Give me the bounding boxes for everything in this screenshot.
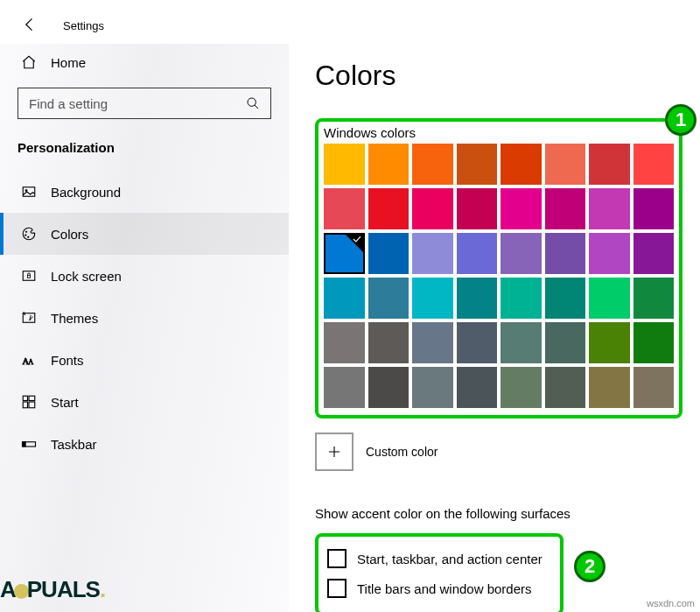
sidebar-item-themes[interactable]: Themes (0, 297, 289, 339)
back-button[interactable] (21, 16, 38, 36)
checkbox-box[interactable] (327, 579, 346, 598)
annotation-callout-1: 1 (665, 104, 696, 136)
color-swatch[interactable] (589, 367, 630, 408)
check-icon (351, 233, 363, 245)
color-swatch[interactable] (500, 188, 542, 229)
checkbox-box[interactable] (327, 549, 346, 568)
svg-point-3 (25, 231, 27, 233)
sidebar-item-label: Lock screen (51, 269, 122, 284)
image-icon (21, 184, 37, 200)
app-title: Settings (63, 19, 104, 32)
color-swatch[interactable] (634, 188, 675, 229)
color-grid (324, 144, 674, 408)
color-swatch[interactable] (368, 367, 410, 408)
watermark: wsxdn.com (647, 598, 695, 608)
color-swatch[interactable] (545, 278, 586, 319)
color-swatch[interactable] (368, 188, 410, 229)
color-swatch[interactable] (634, 233, 675, 274)
color-swatch[interactable] (324, 188, 365, 229)
color-swatch[interactable] (324, 322, 365, 363)
color-swatch[interactable] (324, 278, 365, 319)
color-swatch[interactable] (457, 188, 498, 229)
color-row (324, 367, 674, 408)
svg-rect-6 (23, 271, 35, 281)
color-swatch[interactable] (545, 188, 586, 229)
color-swatch[interactable] (589, 188, 630, 229)
custom-color-label: Custom color (366, 445, 438, 459)
color-swatch[interactable] (324, 233, 365, 274)
search-placeholder: Find a setting (29, 96, 108, 111)
color-row (324, 322, 674, 363)
color-swatch[interactable] (457, 367, 498, 408)
color-swatch[interactable] (545, 233, 586, 274)
sidebar-item-lock-screen[interactable]: Lock screen (0, 255, 289, 297)
svg-point-0 (248, 98, 256, 106)
color-swatch[interactable] (500, 322, 542, 363)
sidebar-item-colors[interactable]: Colors (0, 213, 289, 255)
color-swatch[interactable] (545, 144, 586, 185)
svg-rect-13 (23, 402, 27, 408)
page-title: Colors (315, 60, 690, 92)
accent-surfaces-section: Start, taskbar, and action center Title … (315, 533, 564, 612)
checkbox-title-bars[interactable]: Title bars and window borders (327, 573, 551, 603)
search-input[interactable]: Find a setting (18, 88, 271, 119)
color-swatch[interactable] (368, 278, 410, 319)
sidebar-item-background[interactable]: Background (0, 171, 289, 213)
svg-point-5 (28, 236, 30, 238)
color-swatch[interactable] (368, 322, 410, 363)
sidebar-item-label: Taskbar (51, 437, 97, 452)
color-swatch[interactable] (412, 278, 453, 319)
svg-rect-14 (29, 402, 35, 408)
color-swatch[interactable] (500, 144, 542, 185)
fonts-icon: AA (21, 352, 37, 368)
checkbox-start-taskbar[interactable]: Start, taskbar, and action center (327, 544, 551, 573)
color-swatch[interactable] (457, 233, 498, 274)
color-swatch[interactable] (412, 367, 453, 408)
home-link[interactable]: Home (0, 44, 289, 81)
sidebar-item-taskbar[interactable]: Taskbar (0, 423, 289, 465)
color-swatch[interactable] (368, 233, 410, 274)
color-swatch[interactable] (412, 233, 453, 274)
color-swatch[interactable] (634, 367, 675, 408)
color-swatch[interactable] (500, 278, 542, 319)
color-row (324, 233, 674, 274)
home-icon (21, 54, 37, 70)
color-swatch[interactable] (412, 188, 453, 229)
color-swatch[interactable] (589, 233, 630, 274)
color-swatch[interactable] (412, 144, 453, 185)
sidebar-item-fonts[interactable]: AAFonts (0, 339, 289, 381)
windows-colors-section: Windows colors (315, 118, 682, 419)
sidebar-item-label: Colors (51, 227, 88, 242)
color-swatch[interactable] (589, 322, 630, 363)
color-swatch[interactable] (324, 367, 365, 408)
color-swatch[interactable] (457, 144, 498, 185)
custom-color-button[interactable] (315, 433, 354, 471)
themes-icon (21, 310, 37, 326)
color-swatch[interactable] (589, 144, 630, 185)
color-swatch[interactable] (500, 233, 542, 274)
color-swatch[interactable] (634, 278, 675, 319)
color-swatch[interactable] (589, 278, 630, 319)
sidebar-item-label: Themes (51, 311, 98, 326)
color-swatch[interactable] (545, 367, 586, 408)
color-swatch[interactable] (412, 322, 453, 363)
checkbox-label: Start, taskbar, and action center (357, 552, 542, 566)
color-swatch[interactable] (324, 144, 365, 185)
sidebar-item-start[interactable]: Start (0, 381, 289, 423)
color-row (324, 144, 674, 185)
color-swatch[interactable] (368, 144, 410, 185)
color-row (324, 278, 674, 319)
svg-rect-11 (23, 396, 27, 400)
color-swatch[interactable] (545, 322, 586, 363)
svg-point-2 (25, 189, 27, 191)
category-heading: Personalization (0, 130, 289, 165)
start-icon (21, 394, 37, 410)
color-swatch[interactable] (500, 367, 542, 408)
brand-logo: APUALS. (0, 576, 140, 603)
color-swatch[interactable] (457, 278, 498, 319)
color-swatch[interactable] (634, 322, 675, 363)
svg-rect-1 (23, 187, 35, 197)
plus-icon (326, 444, 342, 460)
color-swatch[interactable] (634, 144, 675, 185)
color-swatch[interactable] (457, 322, 498, 363)
